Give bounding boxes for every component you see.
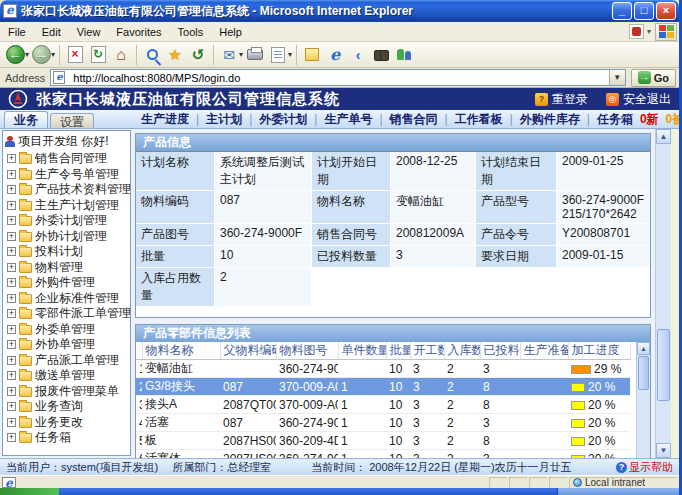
expand-icon[interactable]: +: [7, 371, 16, 380]
tab-业务[interactable]: 业务: [4, 111, 48, 128]
scrollbar-thumb[interactable]: [657, 329, 670, 401]
menu-favorites[interactable]: Favorites: [108, 23, 169, 41]
expand-icon[interactable]: +: [7, 170, 16, 179]
windows-taskbar[interactable]: [0, 488, 682, 495]
sidebar-item-任务箱[interactable]: +任务箱: [3, 430, 130, 446]
maximize-button[interactable]: □: [634, 2, 654, 20]
sidebar-item-报废件管理菜单[interactable]: +报废件管理菜单: [3, 384, 130, 400]
scroll-up-icon[interactable]: ▲: [637, 342, 650, 355]
sidebar-item-外委计划管理[interactable]: +外委计划管理: [3, 213, 130, 229]
research-button[interactable]: ‹: [347, 43, 369, 67]
column-header[interactable]: 开工数: [410, 342, 444, 360]
column-header[interactable]: 物料名称: [142, 342, 220, 360]
discuss-button[interactable]: [370, 43, 392, 67]
sidebar-item-业务查询[interactable]: +业务查询: [3, 399, 130, 415]
sidebar-item-外委单管理[interactable]: +外委单管理: [3, 322, 130, 338]
menu-file[interactable]: File: [0, 23, 34, 41]
tab-设置[interactable]: 设置: [50, 113, 94, 128]
sidebar-item-物料管理[interactable]: +物料管理: [3, 260, 130, 276]
sidebar-item-外购件管理[interactable]: +外购件管理: [3, 275, 130, 291]
internet-button[interactable]: e: [324, 43, 346, 67]
expand-icon[interactable]: +: [7, 356, 16, 365]
sidebar-item-零部件派工单管理[interactable]: +零部件派工单管理: [3, 306, 130, 322]
nav-item-外购件库存[interactable]: 外购件库存: [520, 111, 580, 128]
table-row[interactable]: 3接头A2087QT002370-009-A085011032820 %: [136, 396, 630, 414]
sidebar-item-生产令号单管理[interactable]: +生产令号单管理: [3, 167, 130, 183]
expand-icon[interactable]: +: [7, 278, 16, 287]
sidebar-item-产品技术资料管理[interactable]: +产品技术资料管理: [3, 182, 130, 198]
expand-icon[interactable]: +: [7, 325, 16, 334]
menu-edit[interactable]: Edit: [34, 23, 69, 41]
scroll-up-icon[interactable]: ▲: [656, 129, 671, 144]
refresh-button[interactable]: ↻: [87, 43, 109, 67]
nav-item-生产单号[interactable]: 生产单号: [324, 111, 372, 128]
expand-icon[interactable]: +: [7, 418, 16, 427]
sidebar-item-主生产计划管理[interactable]: +主生产计划管理: [3, 198, 130, 214]
expand-icon[interactable]: +: [7, 232, 16, 241]
expand-icon[interactable]: +: [7, 216, 16, 225]
expand-icon[interactable]: +: [7, 247, 16, 256]
show-help-link[interactable]: ? 显示帮助: [616, 460, 673, 475]
mail-button[interactable]: ✉: [218, 43, 240, 67]
address-input[interactable]: http://localhost:8080/MPS/login.do ▼: [50, 69, 625, 86]
column-header[interactable]: 父物料编码: [220, 342, 276, 360]
column-header[interactable]: 加工进度: [568, 342, 630, 360]
sidebar-item-业务更改[interactable]: +业务更改: [3, 415, 130, 431]
notes-button[interactable]: [301, 43, 323, 67]
sidebar-item-外协计划管理[interactable]: +外协计划管理: [3, 229, 130, 245]
table-row[interactable]: 6活塞体2087HS002360-274-9011W11032320 %: [136, 450, 630, 459]
table-row[interactable]: 4活塞087360-274-9010F11032320 %: [136, 414, 630, 432]
search-button[interactable]: [141, 43, 163, 67]
home-button[interactable]: ⌂: [110, 43, 132, 67]
nav-item-生产进度[interactable]: 生产进度: [141, 111, 189, 128]
scrollbar-thumb[interactable]: [638, 356, 649, 390]
sidebar-item-销售合同管理[interactable]: +销售合同管理: [3, 151, 130, 167]
page-vertical-scrollbar[interactable]: ▲ ▼: [655, 129, 671, 458]
column-header[interactable]: 单件数量: [338, 342, 386, 360]
nav-item-销售合同[interactable]: 销售合同: [390, 111, 438, 128]
column-header[interactable]: 已投料数: [480, 342, 520, 360]
messenger-button[interactable]: [393, 43, 415, 67]
address-dropdown-icon[interactable]: ▼: [609, 70, 625, 85]
expand-icon[interactable]: +: [7, 340, 16, 349]
table-row[interactable]: 1变幅油缸360-274-9000F1032329 %: [136, 360, 630, 378]
column-header[interactable]: 物料图号: [276, 342, 338, 360]
logout-button[interactable]: ◎ 安全退出: [606, 91, 671, 108]
expand-icon[interactable]: +: [7, 263, 16, 272]
column-header[interactable]: 入库数: [444, 342, 480, 360]
menu-help[interactable]: Help: [211, 23, 250, 41]
sidebar-item-投料计划[interactable]: +投料计划: [3, 244, 130, 260]
table-row[interactable]: 5板2087HS002360-209-4D01011032820 %: [136, 432, 630, 450]
print-button[interactable]: [244, 43, 266, 67]
plugin-icon[interactable]: [629, 24, 644, 39]
nav-item-主计划[interactable]: 主计划: [206, 111, 242, 128]
relogin-button[interactable]: ? 重登录: [535, 91, 588, 108]
column-header[interactable]: 批量: [386, 342, 410, 360]
scroll-down-icon[interactable]: ▼: [656, 443, 671, 458]
expand-icon[interactable]: +: [7, 309, 16, 318]
expand-icon[interactable]: +: [7, 387, 16, 396]
expand-icon[interactable]: +: [7, 154, 16, 163]
forward-button[interactable]: →: [30, 43, 52, 67]
table-row[interactable]: 2G3/8接头087370-009-A084011032820 %: [136, 378, 630, 396]
menu-tools[interactable]: Tools: [170, 23, 212, 41]
expand-icon[interactable]: +: [7, 201, 16, 210]
back-button[interactable]: ←: [4, 43, 26, 67]
column-header[interactable]: 生产准备: [520, 342, 568, 360]
parts-vertical-scrollbar[interactable]: ▲ ▼: [636, 342, 650, 458]
sidebar-item-企业标准件管理[interactable]: +企业标准件管理: [3, 291, 130, 307]
stop-button[interactable]: ×: [64, 43, 86, 67]
nav-item-任务箱[interactable]: 任务箱: [597, 111, 633, 128]
go-button[interactable]: → Go: [631, 69, 676, 87]
minimize-button[interactable]: _: [612, 2, 632, 20]
sidebar-item-产品派工单管理[interactable]: +产品派工单管理: [3, 353, 130, 369]
favorites-button[interactable]: ★: [164, 43, 186, 67]
window-titlebar[interactable]: 张家口长城液压油缸有限公司管理信息系统 - Microsoft Internet…: [0, 0, 679, 22]
history-button[interactable]: ↺: [187, 43, 209, 67]
nav-item-外委计划[interactable]: 外委计划: [259, 111, 307, 128]
edit-button[interactable]: [267, 43, 289, 67]
expand-icon[interactable]: +: [7, 402, 16, 411]
expand-icon[interactable]: +: [7, 294, 16, 303]
close-button[interactable]: ×: [656, 2, 676, 20]
sidebar-item-缴送单管理[interactable]: +缴送单管理: [3, 368, 130, 384]
